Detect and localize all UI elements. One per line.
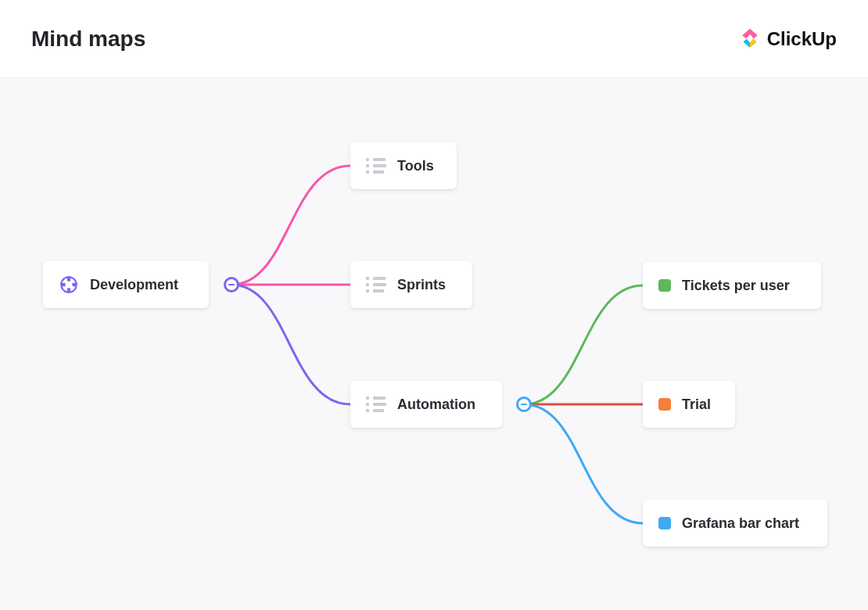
brand-name: ClickUp xyxy=(767,28,837,50)
node-label: Tickets per user xyxy=(682,278,790,294)
node-label: Development xyxy=(90,277,178,293)
page-title: Mind maps xyxy=(31,27,145,52)
node-tools[interactable]: Tools xyxy=(350,142,457,189)
minus-icon xyxy=(521,404,527,405)
node-label: Trial xyxy=(682,396,711,413)
list-icon xyxy=(366,277,386,292)
minus-icon xyxy=(228,284,235,285)
node-grafana-bar-chart[interactable]: Grafana bar chart xyxy=(643,500,827,547)
list-icon xyxy=(366,396,386,412)
node-development[interactable]: Development xyxy=(43,261,209,308)
node-label: Grafana bar chart xyxy=(682,515,799,532)
node-sprints[interactable]: Sprints xyxy=(350,261,472,308)
status-square-icon xyxy=(658,279,671,292)
node-tickets-per-user[interactable]: Tickets per user xyxy=(643,262,821,309)
node-trial[interactable]: Trial xyxy=(643,381,735,428)
globe-icon xyxy=(59,274,79,295)
clickup-logo-icon xyxy=(739,27,761,52)
header: Mind maps ClickUp xyxy=(0,0,868,78)
status-square-icon xyxy=(658,398,671,411)
collapse-handle-automation[interactable] xyxy=(516,396,532,412)
collapse-handle-root[interactable] xyxy=(224,277,239,292)
status-square-icon xyxy=(658,517,671,529)
node-label: Automation xyxy=(397,396,475,413)
brand[interactable]: ClickUp xyxy=(739,27,837,52)
node-label: Tools xyxy=(397,158,434,174)
list-icon xyxy=(366,158,386,174)
mindmap-canvas[interactable]: Development Tools Sprints Automation xyxy=(0,78,868,610)
node-automation[interactable]: Automation xyxy=(350,381,502,428)
node-label: Sprints xyxy=(397,277,446,293)
